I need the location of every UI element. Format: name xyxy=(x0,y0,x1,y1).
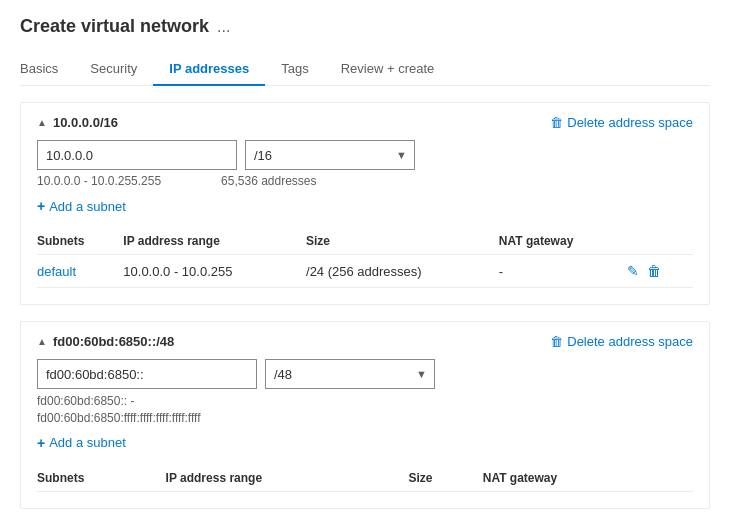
card-header-ipv4: ▲ 10.0.0.0/16 🗑 Delete address space xyxy=(37,115,693,130)
chevron-up-icon-ipv4[interactable]: ▲ xyxy=(37,117,47,128)
ip-address-input-ipv4[interactable] xyxy=(37,140,237,170)
ip-address-input-ipv6[interactable] xyxy=(37,359,257,389)
tab-security[interactable]: Security xyxy=(74,53,153,86)
col-size-ipv6: Size xyxy=(408,465,482,492)
edit-subnet-icon[interactable]: ✎ xyxy=(627,263,639,279)
cidr-select-ipv6[interactable]: /48/56/64 xyxy=(265,359,435,389)
address-count-text-ipv4: 65,536 addresses xyxy=(221,174,316,190)
col-ip-range-ipv4: IP address range xyxy=(123,228,306,255)
add-subnet-link-ipv4[interactable]: + Add a subnet xyxy=(37,198,693,214)
subnet-ip-range-cell-ipv4: 10.0.0.0 - 10.0.255 xyxy=(123,255,306,288)
table-row: default 10.0.0.0 - 10.0.255 /24 (256 add… xyxy=(37,255,693,288)
card-header-left-ipv6: ▲ fd00:60bd:6850::/48 xyxy=(37,334,174,349)
delete-icon-ipv4: 🗑 xyxy=(550,115,563,130)
delete-address-space-link-ipv6[interactable]: 🗑 Delete address space xyxy=(550,334,693,349)
col-actions-ipv4 xyxy=(627,228,693,255)
subnet-name-cell-ipv4: default xyxy=(37,255,123,288)
page-header: Create virtual network ... xyxy=(20,16,710,37)
col-subnets-ipv4: Subnets xyxy=(37,228,123,255)
subnet-actions-cell-ipv4: ✎ 🗑 xyxy=(627,255,693,288)
address-range-row-ipv4: 10.0.0.0 - 10.0.255.255 65,536 addresses xyxy=(37,174,693,190)
page-title: Create virtual network xyxy=(20,16,209,37)
tab-basics[interactable]: Basics xyxy=(20,53,74,86)
delete-subnet-icon[interactable]: 🗑 xyxy=(647,263,661,279)
add-subnet-link-ipv6[interactable]: + Add a subnet xyxy=(37,435,693,451)
cidr-select-wrapper-ipv4: /8/16/24 ▼ xyxy=(245,140,415,170)
col-subnets-ipv6: Subnets xyxy=(37,465,166,492)
tabs-container: Basics Security IP addresses Tags Review… xyxy=(20,53,710,86)
address-range-text-ipv4: 10.0.0.0 - 10.0.255.255 xyxy=(37,174,161,188)
ip-input-row-ipv4: /8/16/24 ▼ xyxy=(37,140,693,170)
col-size-ipv4: Size xyxy=(306,228,499,255)
delete-icon-ipv6: 🗑 xyxy=(550,334,563,349)
subnets-table-ipv4: Subnets IP address range Size NAT gatewa… xyxy=(37,228,693,288)
subnets-table-ipv6: Subnets IP address range Size NAT gatewa… xyxy=(37,465,693,492)
card-header-left-ipv4: ▲ 10.0.0.0/16 xyxy=(37,115,118,130)
col-nat-gateway-ipv6: NAT gateway xyxy=(483,465,675,492)
ellipsis-menu[interactable]: ... xyxy=(217,18,230,36)
subnet-nat-cell-ipv4: - xyxy=(499,255,628,288)
col-nat-gateway-ipv4: NAT gateway xyxy=(499,228,628,255)
tab-tags[interactable]: Tags xyxy=(265,53,324,86)
col-ip-range-ipv6: IP address range xyxy=(166,465,409,492)
address-range-ipv6: fd00:60bd:6850:: - fd00:60bd:6850:ffff:f… xyxy=(37,393,693,427)
address-space-card-ipv4: ▲ 10.0.0.0/16 🗑 Delete address space /8/… xyxy=(20,102,710,305)
tab-review-create[interactable]: Review + create xyxy=(325,53,451,86)
ip-input-row-ipv6: /48/56/64 ▼ xyxy=(37,359,693,389)
address-space-label-ipv6: fd00:60bd:6850::/48 xyxy=(53,334,174,349)
chevron-up-icon-ipv6[interactable]: ▲ xyxy=(37,336,47,347)
col-actions-ipv6 xyxy=(674,465,693,492)
address-space-card-ipv6: ▲ fd00:60bd:6850::/48 🗑 Delete address s… xyxy=(20,321,710,509)
plus-icon-ipv4: + xyxy=(37,198,45,214)
cidr-select-ipv4[interactable]: /8/16/24 xyxy=(245,140,415,170)
subnet-name-link-default[interactable]: default xyxy=(37,264,76,279)
plus-icon-ipv6: + xyxy=(37,435,45,451)
action-icons-ipv4: ✎ 🗑 xyxy=(627,263,685,279)
delete-address-space-link-ipv4[interactable]: 🗑 Delete address space xyxy=(550,115,693,130)
cidr-select-wrapper-ipv6: /48/56/64 ▼ xyxy=(265,359,435,389)
tab-ip-addresses[interactable]: IP addresses xyxy=(153,53,265,86)
card-header-ipv6: ▲ fd00:60bd:6850::/48 🗑 Delete address s… xyxy=(37,334,693,349)
subnet-size-cell-ipv4: /24 (256 addresses) xyxy=(306,255,499,288)
address-space-label-ipv4: 10.0.0.0/16 xyxy=(53,115,118,130)
